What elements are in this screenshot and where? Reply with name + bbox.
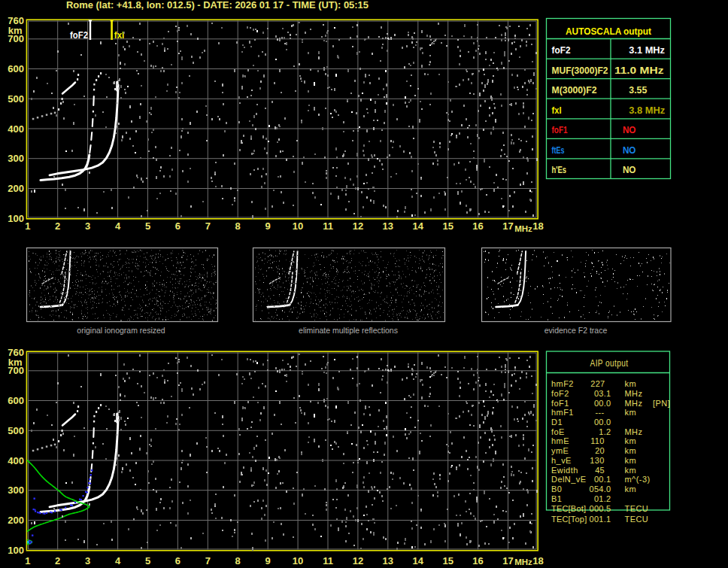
svg-text:000.5: 000.5: [589, 504, 611, 513]
svg-text:16: 16: [472, 220, 483, 232]
svg-text:400: 400: [8, 123, 24, 135]
svg-text:8: 8: [235, 555, 241, 566]
svg-text:ymE: ymE: [551, 446, 569, 455]
svg-text:NO: NO: [623, 164, 636, 175]
svg-text:10: 10: [293, 555, 303, 566]
svg-text:foF2: foF2: [551, 389, 569, 398]
svg-text:km: km: [625, 484, 637, 494]
svg-text:eliminate multiple reflections: eliminate multiple reflections: [299, 326, 398, 335]
svg-text:foF1: foF1: [552, 124, 568, 135]
svg-text:700: 700: [8, 33, 24, 44]
svg-text:MHz: MHz: [625, 399, 643, 408]
svg-text:12: 12: [353, 555, 363, 566]
svg-text:00.0: 00.0: [594, 418, 611, 427]
svg-text:13: 13: [383, 555, 393, 566]
svg-text:Rome (lat: +41.8, lon: 012.5): Rome (lat: +41.8, lon: 012.5) - DATE: 20…: [66, 0, 369, 11]
svg-text:AUTOSCALA output: AUTOSCALA output: [566, 26, 652, 37]
svg-text:8: 8: [235, 220, 241, 232]
svg-text:600: 600: [8, 63, 24, 74]
svg-text:hmE: hmE: [551, 436, 569, 445]
svg-text:5: 5: [145, 555, 150, 566]
svg-text:fxI: fxI: [552, 105, 562, 116]
svg-text:11.0 MHz: 11.0 MHz: [614, 65, 664, 76]
svg-text:2: 2: [55, 555, 60, 566]
svg-text:7: 7: [205, 555, 211, 566]
svg-text:km: km: [625, 456, 637, 465]
svg-text:TEC[Top]: TEC[Top]: [551, 515, 587, 524]
svg-text:10: 10: [293, 220, 303, 232]
svg-text:110: 110: [590, 436, 604, 445]
svg-text:M(3000)F2: M(3000)F2: [552, 84, 597, 96]
svg-text:4: 4: [115, 555, 121, 566]
svg-text:hmF2: hmF2: [551, 379, 574, 388]
svg-text:600: 600: [8, 395, 24, 406]
svg-text:01.2: 01.2: [594, 494, 611, 503]
svg-text:200: 200: [8, 515, 24, 526]
svg-text:[PN]: [PN]: [653, 399, 670, 408]
svg-text:TEC[Bot]: TEC[Bot]: [551, 504, 586, 513]
svg-text:227: 227: [590, 379, 605, 388]
svg-text:500: 500: [8, 425, 24, 436]
svg-text:foF2: foF2: [552, 44, 571, 56]
svg-text:11: 11: [323, 555, 333, 566]
svg-text:45: 45: [595, 466, 605, 475]
svg-text:MHz: MHz: [514, 224, 532, 233]
svg-text:1.2: 1.2: [599, 427, 611, 436]
svg-text:foE: foE: [551, 427, 565, 436]
svg-text:3.55: 3.55: [629, 84, 647, 96]
svg-text:1: 1: [25, 555, 30, 566]
svg-text:13: 13: [383, 220, 393, 232]
svg-text:km: km: [625, 436, 637, 445]
svg-text:100: 100: [8, 213, 24, 224]
svg-text:300: 300: [8, 484, 24, 496]
svg-text:03.1: 03.1: [594, 389, 611, 398]
svg-text:00.0: 00.0: [594, 399, 611, 408]
svg-text:3.1 MHz: 3.1 MHz: [629, 44, 665, 56]
svg-text:DelN_vE: DelN_vE: [551, 475, 587, 484]
svg-text:B1: B1: [551, 494, 562, 503]
svg-text:MHz: MHz: [625, 427, 643, 436]
svg-text:h'Es: h'Es: [552, 164, 567, 175]
svg-text:18: 18: [532, 555, 543, 566]
svg-text:TECU: TECU: [625, 515, 649, 524]
svg-text:15: 15: [442, 220, 453, 232]
svg-text:00.1: 00.1: [594, 475, 611, 484]
svg-text:15: 15: [442, 555, 453, 566]
svg-text:foF1: foF1: [551, 399, 569, 408]
svg-text:ftEs: ftEs: [552, 144, 565, 156]
svg-text:5: 5: [145, 220, 150, 232]
svg-text:NO: NO: [623, 124, 636, 135]
svg-text:evidence F2 trace: evidence F2 trace: [544, 326, 608, 335]
svg-text:MHz: MHz: [514, 557, 532, 566]
svg-text:km: km: [625, 408, 637, 417]
svg-text:3: 3: [85, 220, 90, 232]
svg-text:D1: D1: [551, 418, 563, 427]
svg-text:km: km: [625, 446, 637, 455]
svg-text:400: 400: [8, 455, 24, 466]
svg-text:200: 200: [8, 183, 24, 194]
svg-text:6: 6: [175, 555, 180, 566]
svg-text:1: 1: [25, 220, 30, 232]
svg-text:hmF1: hmF1: [551, 408, 574, 417]
svg-text:130: 130: [590, 456, 604, 465]
svg-text:14: 14: [413, 555, 424, 566]
svg-text:18: 18: [532, 220, 543, 232]
svg-text:Ewidth: Ewidth: [551, 466, 578, 475]
svg-text:B0: B0: [551, 484, 562, 494]
svg-text:17: 17: [502, 220, 513, 232]
svg-text:km: km: [625, 466, 637, 475]
svg-text:MHz: MHz: [625, 389, 643, 398]
svg-text:3: 3: [85, 555, 90, 566]
svg-text:500: 500: [8, 93, 24, 105]
svg-text:TECU: TECU: [625, 504, 649, 513]
svg-text:foF2: foF2: [70, 30, 88, 41]
svg-text:14: 14: [413, 220, 424, 232]
svg-text:MUF(3000)F2: MUF(3000)F2: [552, 65, 608, 76]
svg-text:16: 16: [472, 555, 483, 566]
svg-text:3.8 MHz: 3.8 MHz: [629, 105, 665, 116]
svg-text:12: 12: [353, 220, 363, 232]
svg-text:AIP output: AIP output: [590, 358, 629, 369]
svg-text:fxI: fxI: [114, 30, 125, 41]
svg-text:9: 9: [265, 220, 271, 232]
svg-text:7: 7: [205, 220, 211, 232]
